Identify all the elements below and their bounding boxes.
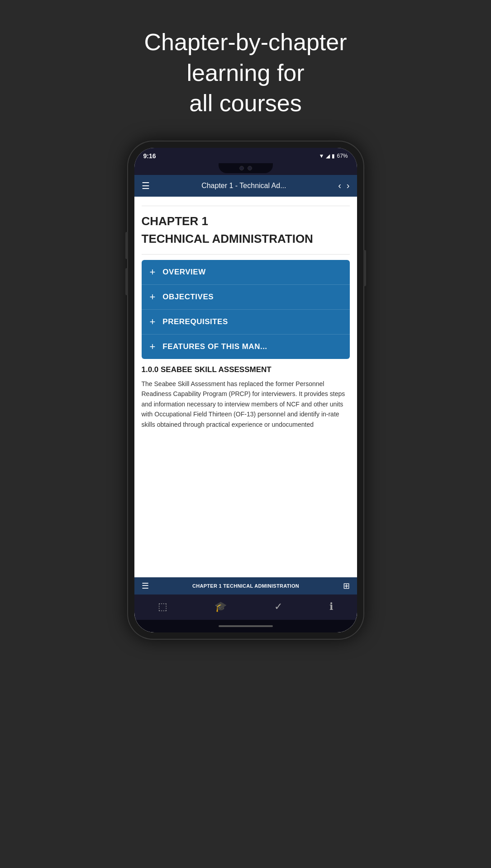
accordion-item-overview[interactable]: + OVERVIEW — [142, 260, 350, 285]
checkmark-icon: ✓ — [274, 601, 282, 613]
hero-line3: all courses — [189, 90, 302, 116]
exit-icon: ⬚ — [158, 601, 167, 613]
prerequisites-plus-icon: + — [150, 317, 156, 327]
status-time: 9:16 — [143, 152, 156, 160]
bottom-menu-icon[interactable]: ☰ — [142, 581, 149, 591]
features-label: FEATURES OF THIS MAN... — [162, 342, 267, 351]
top-divider — [142, 206, 350, 206]
mid-divider — [142, 254, 350, 255]
front-camera — [239, 166, 244, 170]
accordion-container: + OVERVIEW + OBJECTIVES + PREREQUISITES … — [142, 260, 350, 359]
phone-frame: 9:16 ▼ ◢ ▮ 67% ☰ Chapter 1 - Technical A… — [128, 142, 363, 639]
hero-line2: learning for — [186, 60, 304, 86]
hamburger-menu-icon[interactable]: ☰ — [142, 180, 150, 191]
face-sensor — [248, 166, 252, 170]
section-body-text: The Seabee Skill Assessment has replaced… — [142, 379, 350, 429]
objectives-label: OBJECTIVES — [162, 292, 214, 302]
accordion-item-features[interactable]: + FEATURES OF THIS MAN... — [142, 335, 350, 359]
objectives-plus-icon: + — [150, 292, 156, 302]
tab-bar: ⬚ 🎓 ✓ ℹ — [134, 594, 357, 620]
graduation-icon: 🎓 — [215, 601, 227, 613]
battery-icon: ▮ — [332, 153, 335, 159]
home-indicator — [134, 620, 357, 632]
info-icon: ℹ — [329, 601, 333, 613]
prerequisites-label: PREREQUISITES — [162, 317, 228, 326]
tab-exit[interactable]: ⬚ — [151, 599, 175, 614]
bottom-nav-title: CHAPTER 1 TECHNICAL ADMINISTRATION — [149, 583, 343, 589]
content-area: CHAPTER 1 TECHNICAL ADMINISTRATION + OVE… — [134, 197, 357, 632]
app-header: ☰ Chapter 1 - Technical Ad... ‹ › — [134, 175, 357, 197]
signal-icon: ◢ — [326, 153, 330, 159]
home-bar — [219, 625, 273, 627]
overview-label: OVERVIEW — [162, 268, 205, 277]
tab-learn[interactable]: 🎓 — [207, 599, 234, 614]
header-navigation: ‹ › — [338, 180, 349, 191]
prev-chapter-button[interactable]: ‹ — [338, 180, 341, 191]
chapter-title: TECHNICAL ADMINISTRATION — [142, 232, 350, 246]
status-icons: ▼ ◢ ▮ 67% — [319, 153, 348, 159]
wifi-icon: ▼ — [319, 153, 324, 159]
accordion-item-objectives[interactable]: + OBJECTIVES — [142, 285, 350, 310]
phone-screen: 9:16 ▼ ◢ ▮ 67% ☰ Chapter 1 - Technical A… — [134, 148, 357, 632]
chapter-header-title: Chapter 1 - Technical Ad... — [150, 182, 338, 190]
bottom-chapter-nav: ☰ CHAPTER 1 TECHNICAL ADMINISTRATION ⊞ — [134, 577, 357, 594]
content-scroll: CHAPTER 1 TECHNICAL ADMINISTRATION + OVE… — [134, 197, 357, 577]
features-plus-icon: + — [150, 342, 156, 352]
next-chapter-button[interactable]: › — [347, 180, 350, 191]
hero-line1: Chapter-by-chapter — [144, 29, 347, 55]
status-bar: 9:16 ▼ ◢ ▮ 67% — [134, 148, 357, 163]
overview-plus-icon: + — [150, 267, 156, 277]
accordion-item-prerequisites[interactable]: + PREREQUISITES — [142, 310, 350, 335]
battery-percent: 67% — [337, 153, 348, 159]
tab-check[interactable]: ✓ — [267, 599, 290, 614]
grid-view-icon[interactable]: ⊞ — [343, 581, 350, 591]
notch — [219, 163, 273, 173]
notch-area — [134, 163, 357, 175]
chapter-number: CHAPTER 1 — [142, 214, 350, 228]
section-heading: 1.0.0 SEABEE SKILL ASSESSMENT — [142, 365, 350, 374]
tab-info[interactable]: ℹ — [322, 599, 340, 614]
hero-text: Chapter-by-chapter learning for all cour… — [144, 27, 347, 119]
